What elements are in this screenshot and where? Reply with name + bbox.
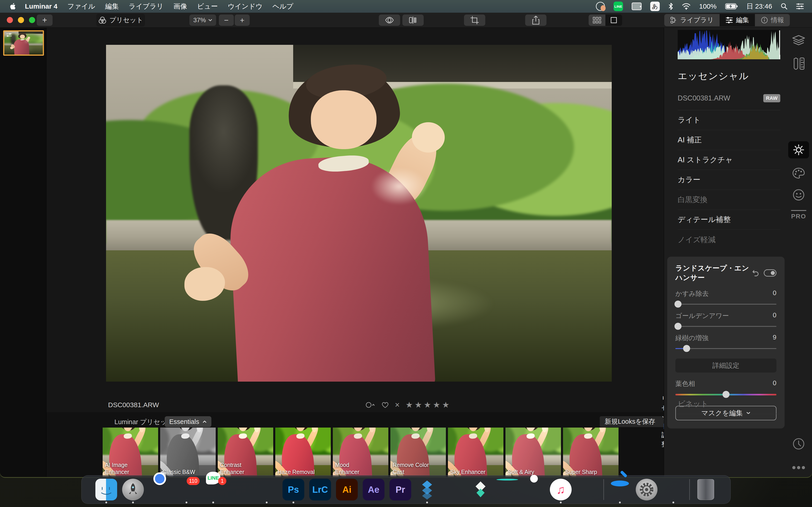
- looks-category-dropdown[interactable]: Essentials: [165, 416, 211, 427]
- star-rating[interactable]: ★★★★★: [406, 400, 451, 410]
- menu-file[interactable]: ファイル: [67, 2, 95, 11]
- look-tile[interactable]: Soft & Airy: [505, 428, 561, 477]
- canvas-tools-icon[interactable]: [792, 57, 805, 70]
- portrait-tab-icon[interactable]: [793, 189, 805, 201]
- dock-premiere-icon[interactable]: Pr: [390, 479, 411, 500]
- section-color[interactable]: カラー: [678, 170, 780, 190]
- dock-finalcut-icon[interactable]: [256, 479, 277, 500]
- look-tile[interactable]: Mood Enhancer: [333, 428, 388, 477]
- tab-info[interactable]: 情報: [755, 14, 790, 26]
- gallery-view-button[interactable]: [589, 14, 605, 26]
- tab-library[interactable]: ライブラリ: [664, 14, 720, 26]
- slider-track[interactable]: [675, 348, 776, 349]
- menubar-app-status-icon[interactable]: [596, 2, 605, 11]
- dock-trash-icon[interactable]: [695, 479, 717, 500]
- quick-preview-button[interactable]: [379, 14, 400, 26]
- layers-icon[interactable]: [792, 35, 805, 48]
- dock-davinci-resolve-icon[interactable]: [443, 479, 465, 500]
- dock-luminar-icon[interactable]: [416, 479, 438, 500]
- color-label-picker[interactable]: [365, 401, 375, 408]
- more-options-icon[interactable]: [792, 466, 805, 469]
- compare-button[interactable]: [402, 14, 424, 26]
- favorite-heart-button[interactable]: [381, 401, 389, 408]
- dock-lightroom-classic-icon[interactable]: LrC: [309, 479, 331, 500]
- section-vignette[interactable]: ビネット: [678, 399, 780, 409]
- look-tile[interactable]: Sky Enhancer: [448, 428, 503, 477]
- menu-help[interactable]: ヘルプ: [272, 2, 293, 11]
- apple-menu-icon[interactable]: [8, 3, 17, 10]
- filmstrip-thumbnail-selected[interactable]: [3, 30, 44, 56]
- line-menubar-icon[interactable]: LINE: [614, 2, 623, 11]
- spotlight-search-icon[interactable]: [781, 3, 788, 10]
- dock-line-icon[interactable]: 1: [202, 479, 224, 500]
- dock-launchpad-icon[interactable]: [122, 479, 144, 500]
- menubar-app-name[interactable]: Luminar 4: [25, 2, 57, 10]
- histogram[interactable]: [678, 30, 780, 59]
- section-ai-enhance[interactable]: AI 補正: [678, 130, 780, 150]
- filter-enabled-toggle[interactable]: [764, 269, 776, 277]
- look-tile[interactable]: Contrast Enhancer: [218, 428, 273, 477]
- advanced-settings-button[interactable]: 詳細設定: [675, 358, 776, 373]
- tab-edit[interactable]: 編集: [720, 14, 755, 26]
- reject-button[interactable]: ×: [395, 400, 400, 410]
- dock-preview-icon[interactable]: [662, 479, 684, 500]
- essentials-tab-icon[interactable]: [788, 141, 809, 159]
- save-new-look-button[interactable]: 新規Looksを保存: [600, 416, 660, 427]
- menubar-clock[interactable]: 日 23:46: [747, 2, 772, 11]
- close-window-button[interactable]: [7, 17, 13, 23]
- undo-filter-button[interactable]: [752, 270, 759, 276]
- look-tile[interactable]: Remove Color Cast: [390, 428, 446, 477]
- slider-thumb[interactable]: [674, 300, 681, 307]
- section-denoise[interactable]: ノイズ軽減: [678, 230, 780, 250]
- dock-notes-icon[interactable]: [576, 479, 598, 500]
- section-light[interactable]: ライト: [678, 110, 780, 130]
- hue-slider-track[interactable]: [675, 394, 776, 395]
- history-icon[interactable]: [793, 438, 805, 450]
- wifi-icon[interactable]: [682, 3, 691, 10]
- dock-motion-icon[interactable]: [229, 479, 251, 500]
- dock-photos-icon[interactable]: [523, 479, 545, 500]
- presets-toggle-button[interactable]: プリセット: [96, 14, 145, 26]
- single-view-button[interactable]: [605, 14, 622, 26]
- display-icon[interactable]: [632, 2, 642, 10]
- dock-illustrator-icon[interactable]: Ai: [336, 479, 358, 500]
- export-button[interactable]: [525, 14, 547, 26]
- look-tile[interactable]: Classic B&W: [160, 428, 216, 477]
- zoom-window-button[interactable]: [29, 17, 35, 23]
- menu-image[interactable]: 画像: [173, 2, 187, 11]
- dock-finder-icon[interactable]: [95, 479, 117, 500]
- minimize-window-button[interactable]: [18, 17, 24, 23]
- bluetooth-icon[interactable]: [668, 2, 673, 10]
- slider-thumb[interactable]: [674, 323, 681, 330]
- landscape-enhancer-title[interactable]: ランドスケープ・エンハンサー: [675, 264, 752, 282]
- zoom-level-dropdown[interactable]: 37%: [189, 14, 216, 26]
- dock-system-preferences-icon[interactable]: [636, 479, 657, 500]
- crop-button[interactable]: [464, 14, 485, 26]
- look-tile[interactable]: Super Sharp: [563, 428, 618, 477]
- professional-tab-icon[interactable]: PRO: [791, 210, 806, 220]
- dock-photoshop-icon[interactable]: Ps: [283, 479, 304, 500]
- zoom-in-button[interactable]: +: [235, 14, 250, 26]
- slider-thumb[interactable]: [722, 391, 729, 398]
- dock-music-icon[interactable]: ♫: [550, 479, 572, 500]
- menu-window[interactable]: ウインドウ: [228, 2, 263, 11]
- look-tile[interactable]: Haze Removal: [275, 428, 331, 477]
- zoom-out-button[interactable]: −: [219, 14, 234, 26]
- dock-mail-icon[interactable]: 110: [175, 479, 197, 500]
- creative-tab-icon[interactable]: [792, 168, 805, 179]
- slider-thumb[interactable]: [683, 345, 690, 352]
- menu-edit[interactable]: 編集: [105, 2, 119, 11]
- slider-track[interactable]: [675, 326, 776, 327]
- main-photo[interactable]: [106, 45, 612, 382]
- input-source-icon[interactable]: あ: [650, 2, 660, 11]
- add-photos-button[interactable]: +: [37, 14, 53, 26]
- slider-track[interactable]: [675, 304, 776, 305]
- dock-quicktime-icon[interactable]: [609, 479, 631, 500]
- dock-luminar-flex-icon[interactable]: [470, 479, 492, 500]
- look-tile[interactable]: AI Image Enhancer: [103, 428, 158, 477]
- dock-aftereffects-icon[interactable]: Ae: [363, 479, 385, 500]
- menu-library[interactable]: ライブラリ: [129, 2, 164, 11]
- section-bw-conversion[interactable]: 白黒変換: [678, 190, 780, 210]
- menu-view[interactable]: ビュー: [197, 2, 218, 11]
- dock-chrome-icon[interactable]: [149, 479, 170, 500]
